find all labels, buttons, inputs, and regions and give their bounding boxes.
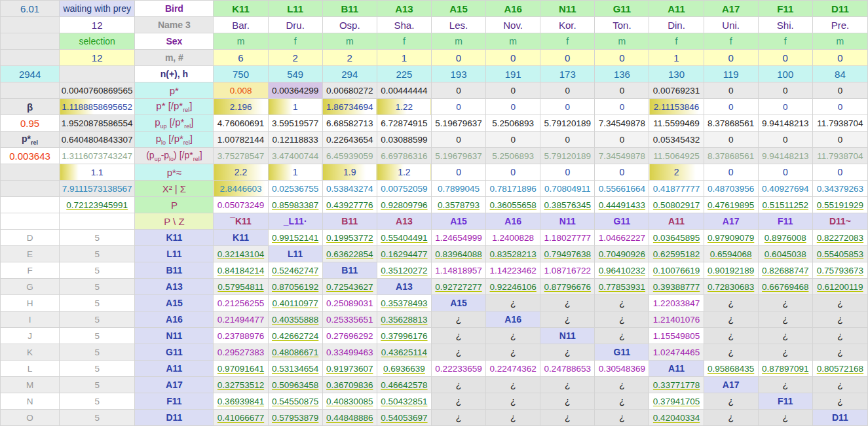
p-value-link[interactable]: 0.32753512: [214, 377, 268, 393]
p-value-link[interactable]: 0.82272083: [812, 230, 867, 246]
unknown-cell[interactable]: ¿: [431, 311, 485, 328]
p-value-link[interactable]: 0.83964088: [431, 246, 485, 262]
sort-A15[interactable]: A15: [431, 213, 485, 230]
p-value-visited[interactable]: 0.21256255: [214, 295, 268, 311]
p-value-link[interactable]: 0.54550875: [268, 393, 322, 410]
sort-D11[interactable]: D11~: [812, 213, 867, 230]
p-value-link[interactable]: 0.47619895: [704, 197, 758, 213]
unknown-cell[interactable]: ¿: [540, 393, 595, 410]
p-value-visited[interactable]: 0.29527383: [214, 344, 268, 361]
p-value-link[interactable]: 0.6936639: [377, 361, 431, 377]
p-value-visited[interactable]: 1.04662227: [595, 230, 649, 246]
p-value-link[interactable]: 0.6594068: [704, 246, 758, 262]
p-value-link[interactable]: 0.55404491: [377, 230, 431, 246]
p-value-link[interactable]: 0.16294477: [377, 246, 431, 262]
p-value-visited[interactable]: 0.23788976: [214, 328, 268, 344]
p-value-link[interactable]: 0.54053697: [377, 410, 431, 426]
p-value-visited[interactable]: 1.24654999: [431, 230, 485, 246]
unknown-cell[interactable]: ¿: [431, 344, 485, 361]
p-value-link[interactable]: 0.87056192: [268, 279, 322, 295]
unknown-cell[interactable]: ¿: [758, 410, 812, 426]
p-value-link[interactable]: 0.35120272: [377, 262, 431, 279]
p-value-link[interactable]: 0.92727277: [431, 279, 485, 295]
unknown-cell[interactable]: ¿: [758, 377, 812, 393]
bird-col-A17[interactable]: A17: [704, 1, 758, 17]
p-value-visited[interactable]: 0.24788653: [540, 361, 595, 377]
p-value-link[interactable]: 0.42040334: [649, 410, 704, 426]
unknown-cell[interactable]: ¿: [812, 295, 867, 311]
sort-L11[interactable]: _L11·: [268, 213, 322, 230]
p-value-link[interactable]: 0.55405853: [812, 246, 867, 262]
p-value-link[interactable]: 0.82688747: [758, 262, 812, 279]
p-value-visited[interactable]: 1.02474465: [649, 344, 704, 361]
p-value-link[interactable]: 0.40830085: [322, 393, 377, 410]
bird-col-B11[interactable]: B11: [322, 1, 377, 17]
sort-F11[interactable]: F11: [758, 213, 812, 230]
unknown-cell[interactable]: ¿: [431, 410, 485, 426]
p-value-link[interactable]: 0.37996176: [377, 328, 431, 344]
unknown-cell[interactable]: ¿: [704, 410, 758, 426]
sort-A16[interactable]: A16: [486, 213, 540, 230]
bird-col-D11[interactable]: D11: [812, 1, 867, 17]
p-value-visited[interactable]: 1.14223462: [486, 262, 540, 279]
p-value-link[interactable]: 0.92809796: [377, 197, 431, 213]
p-value-link[interactable]: 0.50963458: [268, 377, 322, 393]
p-value-link[interactable]: 0.75793673: [812, 262, 867, 279]
p-value-visited[interactable]: 0.27696292: [322, 328, 377, 344]
p-value-link[interactable]: 0.42662724: [268, 328, 322, 344]
p-value-link[interactable]: 0.97909079: [704, 230, 758, 246]
sort-G11[interactable]: G11: [595, 213, 649, 230]
unknown-cell[interactable]: ¿: [595, 410, 649, 426]
p-value-link[interactable]: 0.72830683: [704, 279, 758, 295]
p-value-visited[interactable]: 1.08716722: [540, 262, 595, 279]
unknown-cell[interactable]: ¿: [431, 393, 485, 410]
p-value-visited[interactable]: 1.15549805: [649, 328, 704, 344]
p-value-link[interactable]: 0.70490926: [595, 246, 649, 262]
unknown-cell[interactable]: ¿: [812, 311, 867, 328]
p-value-visited[interactable]: 0.25089031: [322, 295, 377, 311]
p-value-visited[interactable]: 1.21401076: [649, 311, 704, 328]
p-value-link[interactable]: 0.43625114: [377, 344, 431, 361]
p-value-link[interactable]: 0.63622854: [322, 246, 377, 262]
sort-B11[interactable]: B11: [322, 213, 377, 230]
unknown-cell[interactable]: ¿: [812, 328, 867, 344]
p-value-link[interactable]: 0.52462747: [268, 262, 322, 279]
unknown-cell[interactable]: ¿: [758, 311, 812, 328]
bird-col-A16[interactable]: A16: [486, 1, 540, 17]
unknown-cell[interactable]: ¿: [540, 295, 595, 311]
bird-col-A13[interactable]: A13: [377, 1, 431, 17]
p-value-link[interactable]: 0.40355888: [268, 311, 322, 328]
unknown-cell[interactable]: ¿: [486, 295, 540, 311]
p-value-link[interactable]: 0.43927776: [322, 197, 377, 213]
unknown-cell[interactable]: ¿: [595, 393, 649, 410]
bird-col-A11[interactable]: A11: [649, 1, 704, 17]
p-value-visited[interactable]: 1.14818957: [431, 262, 485, 279]
p-value-visited[interactable]: 0.33499463: [322, 344, 377, 361]
unknown-cell[interactable]: ¿: [758, 344, 812, 361]
p-value-link[interactable]: 0.85983387: [268, 197, 322, 213]
p-value-link[interactable]: 0.46642578: [377, 377, 431, 393]
unknown-cell[interactable]: ¿: [486, 344, 540, 361]
p-value-link[interactable]: 0.19953772: [322, 230, 377, 246]
p-value-link[interactable]: 0.36939841: [214, 393, 268, 410]
p-value-link[interactable]: 0.50432851: [377, 393, 431, 410]
p-value-visited[interactable]: 0.21494477: [214, 311, 268, 328]
p-value-link[interactable]: 0.99152141: [268, 230, 322, 246]
p-value-link[interactable]: 0.83528213: [486, 246, 540, 262]
p-value-link[interactable]: 0.8976008: [758, 230, 812, 246]
unknown-cell[interactable]: ¿: [812, 344, 867, 361]
p-value-link[interactable]: 0.61200119: [812, 279, 867, 295]
p-value-link[interactable]: 0.33771778: [649, 377, 704, 393]
p-value-link[interactable]: 0.80572168: [812, 361, 867, 377]
unknown-cell[interactable]: ¿: [704, 393, 758, 410]
unknown-cell[interactable]: ¿: [704, 311, 758, 328]
unknown-cell[interactable]: ¿: [540, 410, 595, 426]
unknown-cell[interactable]: ¿: [595, 295, 649, 311]
bird-col-L11[interactable]: L11: [268, 1, 322, 17]
p-value-link[interactable]: 0.87897091: [758, 361, 812, 377]
p-value-link[interactable]: 0.36055658: [486, 197, 540, 213]
mode-selector[interactable]: waiting with prey: [60, 1, 135, 17]
p-value-link[interactable]: 0.32143104: [214, 246, 268, 262]
p-value-link[interactable]: 0.96410232: [595, 262, 649, 279]
p-value-visited[interactable]: 1.18027777: [540, 230, 595, 246]
